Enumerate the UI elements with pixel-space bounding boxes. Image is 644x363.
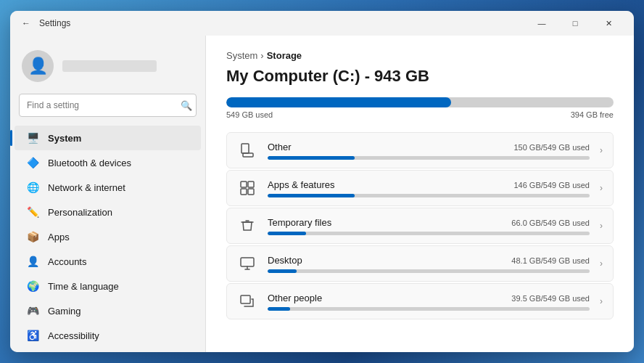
other-people-bar-fill xyxy=(268,307,290,311)
sidebar-item-network[interactable]: 🌐 Network & internet xyxy=(15,175,201,200)
sidebar-item-gaming[interactable]: 🎮 Gaming xyxy=(15,298,201,323)
storage-item-desktop[interactable]: Desktop 48.1 GB/549 GB used › xyxy=(226,245,614,282)
sidebar-item-personalization[interactable]: ✏️ Personalization xyxy=(15,200,201,224)
desktop-chevron: › xyxy=(600,258,603,269)
window-controls: — □ ✕ xyxy=(525,11,625,36)
other-top: Other 150 GB/549 GB used xyxy=(268,142,590,152)
temp-icon xyxy=(237,216,257,236)
apps-features-bar-track xyxy=(268,194,590,197)
network-icon: 🌐 xyxy=(26,181,39,194)
temp-top: Temporary files 66.0 GB/549 GB used xyxy=(268,217,590,228)
other-size: 150 GB/549 GB used xyxy=(513,143,590,152)
apps-features-name: Apps & features xyxy=(268,179,335,190)
sidebar-item-apps[interactable]: 📦 Apps xyxy=(15,224,201,249)
storage-item-temp[interactable]: Temporary files 66.0 GB/549 GB used › xyxy=(226,208,614,244)
title-bar: ← Settings — □ ✕ xyxy=(10,11,634,36)
desktop-icon xyxy=(237,253,257,274)
sidebar: 👤 🔍 🖥️ System 🔷 Bluetooth & devices 🌐 Ne… xyxy=(10,36,206,352)
time-icon: 🌍 xyxy=(26,280,39,293)
storage-item-other[interactable]: Other 150 GB/549 GB used › xyxy=(226,132,614,168)
other-chevron: › xyxy=(600,145,603,155)
temp-size: 66.0 GB/549 GB used xyxy=(511,219,590,227)
other-people-name: Other people xyxy=(268,293,322,303)
accounts-icon: 👤 xyxy=(26,255,39,268)
temp-chevron: › xyxy=(600,221,603,231)
storage-item-other-people[interactable]: Other people 39.5 GB/549 GB used › xyxy=(226,283,614,319)
window-body: 👤 🔍 🖥️ System 🔷 Bluetooth & devices 🌐 Ne… xyxy=(10,36,634,352)
other-people-bar-track xyxy=(268,307,590,311)
apps-features-icon xyxy=(237,178,257,198)
other-name: Other xyxy=(268,142,292,152)
storage-items-list: Other 150 GB/549 GB used › xyxy=(226,132,614,319)
other-icon xyxy=(237,140,257,160)
other-people-info: Other people 39.5 GB/549 GB used xyxy=(268,293,590,311)
storage-bar-section: 549 GB used 394 GB free xyxy=(226,97,614,119)
storage-item-apps-features[interactable]: Apps & features 146 GB/549 GB used › xyxy=(226,170,614,206)
sidebar-item-label-time: Time & language xyxy=(48,281,119,292)
other-info: Other 150 GB/549 GB used xyxy=(268,142,590,160)
apps-features-top: Apps & features 146 GB/549 GB used xyxy=(268,179,590,190)
maximize-button[interactable]: □ xyxy=(558,11,592,36)
sidebar-item-label-accounts: Accounts xyxy=(48,256,86,267)
storage-used-label: 549 GB used xyxy=(226,110,273,119)
other-people-top: Other people 39.5 GB/549 GB used xyxy=(268,293,590,303)
other-bar-fill xyxy=(268,156,355,160)
desktop-top: Desktop 48.1 GB/549 GB used xyxy=(268,255,590,266)
settings-window: ← Settings — □ ✕ 👤 🔍 🖥️ Sys xyxy=(10,11,634,352)
sidebar-item-label-accessibility: Accessibility xyxy=(48,330,99,341)
svg-rect-4 xyxy=(241,189,247,195)
search-input[interactable] xyxy=(19,94,197,117)
user-name-placeholder xyxy=(62,60,157,72)
storage-bar-labels: 549 GB used 394 GB free xyxy=(226,110,614,119)
svg-rect-7 xyxy=(241,295,250,303)
temp-name: Temporary files xyxy=(268,217,331,228)
temp-bar-track xyxy=(268,232,590,235)
back-button[interactable]: ← xyxy=(19,16,33,30)
breadcrumb-parent: System xyxy=(226,50,257,61)
breadcrumb-separator: › xyxy=(260,50,263,61)
breadcrumb: System › Storage xyxy=(226,50,614,61)
sidebar-item-bluetooth[interactable]: 🔷 Bluetooth & devices xyxy=(15,150,201,175)
sidebar-item-system[interactable]: 🖥️ System xyxy=(15,126,201,150)
apps-features-bar-fill xyxy=(268,194,355,197)
storage-bar-fill xyxy=(226,97,451,107)
search-box: 🔍 xyxy=(19,94,197,117)
desktop-size: 48.1 GB/549 GB used xyxy=(511,256,590,265)
sidebar-item-accessibility[interactable]: ♿ Accessibility xyxy=(15,323,201,348)
svg-rect-2 xyxy=(241,182,247,187)
avatar: 👤 xyxy=(22,50,54,82)
svg-rect-1 xyxy=(243,153,253,157)
minimize-button[interactable]: — xyxy=(525,11,558,36)
sidebar-item-label-bluetooth: Bluetooth & devices xyxy=(48,158,131,168)
page-title: My Computer (C:) - 943 GB xyxy=(226,67,614,86)
desktop-bar-fill xyxy=(268,269,297,273)
svg-rect-6 xyxy=(241,258,254,266)
desktop-bar-track xyxy=(268,269,590,273)
main-content: System › Storage My Computer (C:) - 943 … xyxy=(206,36,634,352)
sidebar-item-time[interactable]: 🌍 Time & language xyxy=(15,274,201,298)
sidebar-item-label-system: System xyxy=(48,133,81,144)
close-button[interactable]: ✕ xyxy=(592,11,625,36)
svg-rect-0 xyxy=(242,144,249,153)
apps-features-info: Apps & features 146 GB/549 GB used xyxy=(268,179,590,197)
apps-icon: 📦 xyxy=(26,230,39,243)
bluetooth-icon: 🔷 xyxy=(26,156,39,169)
breadcrumb-current: Storage xyxy=(267,50,302,61)
other-bar-track xyxy=(268,156,590,160)
svg-rect-5 xyxy=(248,189,254,195)
sidebar-item-label-personalization: Personalization xyxy=(48,207,112,218)
apps-features-size: 146 GB/549 GB used xyxy=(513,181,590,189)
gaming-icon: 🎮 xyxy=(26,304,39,317)
other-people-icon xyxy=(237,291,257,311)
temp-info: Temporary files 66.0 GB/549 GB used xyxy=(268,217,590,235)
sidebar-item-accounts[interactable]: 👤 Accounts xyxy=(15,249,201,274)
personalization-icon: ✏️ xyxy=(26,205,39,219)
storage-bar-track xyxy=(226,97,614,107)
sidebar-item-label-apps: Apps xyxy=(48,232,70,242)
sidebar-item-label-gaming: Gaming xyxy=(48,306,81,317)
window-title: Settings xyxy=(39,18,70,28)
system-icon: 🖥️ xyxy=(26,131,39,144)
apps-features-chevron: › xyxy=(600,183,603,193)
svg-rect-3 xyxy=(248,182,254,187)
search-icon: 🔍 xyxy=(181,100,192,111)
